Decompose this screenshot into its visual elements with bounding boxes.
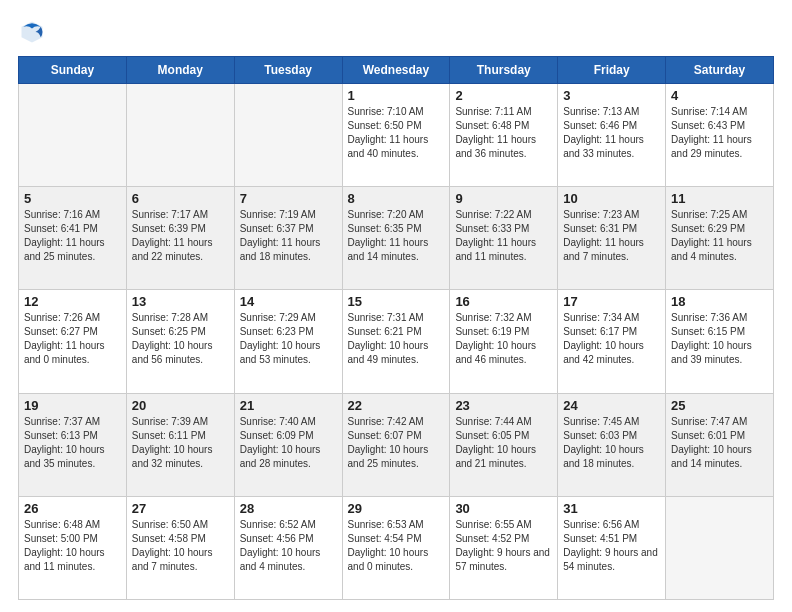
day-number: 14 [240,294,337,309]
calendar-day-cell: 19Sunrise: 7:37 AMSunset: 6:13 PMDayligh… [19,393,127,496]
day-info: Sunrise: 7:40 AMSunset: 6:09 PMDaylight:… [240,416,321,469]
calendar-day-cell: 18Sunrise: 7:36 AMSunset: 6:15 PMDayligh… [666,290,774,393]
day-info: Sunrise: 7:34 AMSunset: 6:17 PMDaylight:… [563,312,644,365]
day-number: 16 [455,294,552,309]
day-info: Sunrise: 7:39 AMSunset: 6:11 PMDaylight:… [132,416,213,469]
calendar-day-cell: 4Sunrise: 7:14 AMSunset: 6:43 PMDaylight… [666,84,774,187]
calendar-day-header: Friday [558,57,666,84]
day-info: Sunrise: 7:32 AMSunset: 6:19 PMDaylight:… [455,312,536,365]
calendar-day-cell: 28Sunrise: 6:52 AMSunset: 4:56 PMDayligh… [234,496,342,599]
day-info: Sunrise: 7:17 AMSunset: 6:39 PMDaylight:… [132,209,213,262]
day-number: 17 [563,294,660,309]
day-info: Sunrise: 7:22 AMSunset: 6:33 PMDaylight:… [455,209,536,262]
day-info: Sunrise: 7:20 AMSunset: 6:35 PMDaylight:… [348,209,429,262]
calendar-day-cell: 11Sunrise: 7:25 AMSunset: 6:29 PMDayligh… [666,187,774,290]
calendar-day-cell: 23Sunrise: 7:44 AMSunset: 6:05 PMDayligh… [450,393,558,496]
day-number: 15 [348,294,445,309]
day-info: Sunrise: 7:25 AMSunset: 6:29 PMDaylight:… [671,209,752,262]
calendar-day-cell [666,496,774,599]
day-info: Sunrise: 7:23 AMSunset: 6:31 PMDaylight:… [563,209,644,262]
day-number: 7 [240,191,337,206]
day-info: Sunrise: 7:16 AMSunset: 6:41 PMDaylight:… [24,209,105,262]
day-number: 25 [671,398,768,413]
calendar-day-cell [126,84,234,187]
calendar-day-cell: 22Sunrise: 7:42 AMSunset: 6:07 PMDayligh… [342,393,450,496]
calendar-day-header: Sunday [19,57,127,84]
calendar-day-cell: 29Sunrise: 6:53 AMSunset: 4:54 PMDayligh… [342,496,450,599]
day-number: 27 [132,501,229,516]
day-number: 9 [455,191,552,206]
day-number: 24 [563,398,660,413]
day-number: 23 [455,398,552,413]
day-info: Sunrise: 7:45 AMSunset: 6:03 PMDaylight:… [563,416,644,469]
calendar-day-cell: 3Sunrise: 7:13 AMSunset: 6:46 PMDaylight… [558,84,666,187]
logo [18,18,50,46]
day-info: Sunrise: 7:14 AMSunset: 6:43 PMDaylight:… [671,106,752,159]
day-info: Sunrise: 7:10 AMSunset: 6:50 PMDaylight:… [348,106,429,159]
calendar-day-cell: 1Sunrise: 7:10 AMSunset: 6:50 PMDaylight… [342,84,450,187]
day-number: 29 [348,501,445,516]
day-info: Sunrise: 7:26 AMSunset: 6:27 PMDaylight:… [24,312,105,365]
calendar-week-row: 5Sunrise: 7:16 AMSunset: 6:41 PMDaylight… [19,187,774,290]
calendar-day-header: Thursday [450,57,558,84]
calendar-week-row: 12Sunrise: 7:26 AMSunset: 6:27 PMDayligh… [19,290,774,393]
header [18,18,774,46]
day-number: 3 [563,88,660,103]
day-number: 19 [24,398,121,413]
calendar-day-cell: 25Sunrise: 7:47 AMSunset: 6:01 PMDayligh… [666,393,774,496]
day-info: Sunrise: 6:56 AMSunset: 4:51 PMDaylight:… [563,519,658,572]
day-number: 2 [455,88,552,103]
calendar-day-cell: 24Sunrise: 7:45 AMSunset: 6:03 PMDayligh… [558,393,666,496]
day-number: 26 [24,501,121,516]
day-number: 31 [563,501,660,516]
calendar-day-cell: 7Sunrise: 7:19 AMSunset: 6:37 PMDaylight… [234,187,342,290]
day-info: Sunrise: 7:29 AMSunset: 6:23 PMDaylight:… [240,312,321,365]
day-info: Sunrise: 7:42 AMSunset: 6:07 PMDaylight:… [348,416,429,469]
day-info: Sunrise: 7:36 AMSunset: 6:15 PMDaylight:… [671,312,752,365]
calendar-day-cell: 10Sunrise: 7:23 AMSunset: 6:31 PMDayligh… [558,187,666,290]
day-info: Sunrise: 6:53 AMSunset: 4:54 PMDaylight:… [348,519,429,572]
calendar-day-header: Tuesday [234,57,342,84]
day-number: 5 [24,191,121,206]
calendar-day-header: Monday [126,57,234,84]
calendar-day-header: Saturday [666,57,774,84]
calendar-day-cell: 8Sunrise: 7:20 AMSunset: 6:35 PMDaylight… [342,187,450,290]
calendar-day-cell: 2Sunrise: 7:11 AMSunset: 6:48 PMDaylight… [450,84,558,187]
calendar-day-cell [234,84,342,187]
day-number: 6 [132,191,229,206]
calendar-day-cell: 16Sunrise: 7:32 AMSunset: 6:19 PMDayligh… [450,290,558,393]
day-info: Sunrise: 7:37 AMSunset: 6:13 PMDaylight:… [24,416,105,469]
day-number: 4 [671,88,768,103]
day-info: Sunrise: 6:48 AMSunset: 5:00 PMDaylight:… [24,519,105,572]
calendar-day-cell: 5Sunrise: 7:16 AMSunset: 6:41 PMDaylight… [19,187,127,290]
generalblue-icon [18,18,46,46]
calendar-day-cell: 9Sunrise: 7:22 AMSunset: 6:33 PMDaylight… [450,187,558,290]
day-info: Sunrise: 7:47 AMSunset: 6:01 PMDaylight:… [671,416,752,469]
calendar-week-row: 19Sunrise: 7:37 AMSunset: 6:13 PMDayligh… [19,393,774,496]
calendar-day-cell: 30Sunrise: 6:55 AMSunset: 4:52 PMDayligh… [450,496,558,599]
day-info: Sunrise: 7:44 AMSunset: 6:05 PMDaylight:… [455,416,536,469]
day-info: Sunrise: 7:31 AMSunset: 6:21 PMDaylight:… [348,312,429,365]
calendar-day-cell: 26Sunrise: 6:48 AMSunset: 5:00 PMDayligh… [19,496,127,599]
day-number: 18 [671,294,768,309]
calendar-day-cell: 17Sunrise: 7:34 AMSunset: 6:17 PMDayligh… [558,290,666,393]
calendar-week-row: 26Sunrise: 6:48 AMSunset: 5:00 PMDayligh… [19,496,774,599]
page: SundayMondayTuesdayWednesdayThursdayFrid… [0,0,792,612]
day-info: Sunrise: 7:28 AMSunset: 6:25 PMDaylight:… [132,312,213,365]
day-info: Sunrise: 6:50 AMSunset: 4:58 PMDaylight:… [132,519,213,572]
calendar-day-cell: 15Sunrise: 7:31 AMSunset: 6:21 PMDayligh… [342,290,450,393]
day-number: 20 [132,398,229,413]
calendar-header-row: SundayMondayTuesdayWednesdayThursdayFrid… [19,57,774,84]
day-number: 28 [240,501,337,516]
calendar-day-cell: 31Sunrise: 6:56 AMSunset: 4:51 PMDayligh… [558,496,666,599]
day-number: 8 [348,191,445,206]
calendar-day-cell: 21Sunrise: 7:40 AMSunset: 6:09 PMDayligh… [234,393,342,496]
calendar-week-row: 1Sunrise: 7:10 AMSunset: 6:50 PMDaylight… [19,84,774,187]
day-number: 10 [563,191,660,206]
day-info: Sunrise: 6:55 AMSunset: 4:52 PMDaylight:… [455,519,550,572]
day-number: 11 [671,191,768,206]
day-number: 13 [132,294,229,309]
calendar-day-cell: 27Sunrise: 6:50 AMSunset: 4:58 PMDayligh… [126,496,234,599]
day-info: Sunrise: 6:52 AMSunset: 4:56 PMDaylight:… [240,519,321,572]
day-number: 21 [240,398,337,413]
